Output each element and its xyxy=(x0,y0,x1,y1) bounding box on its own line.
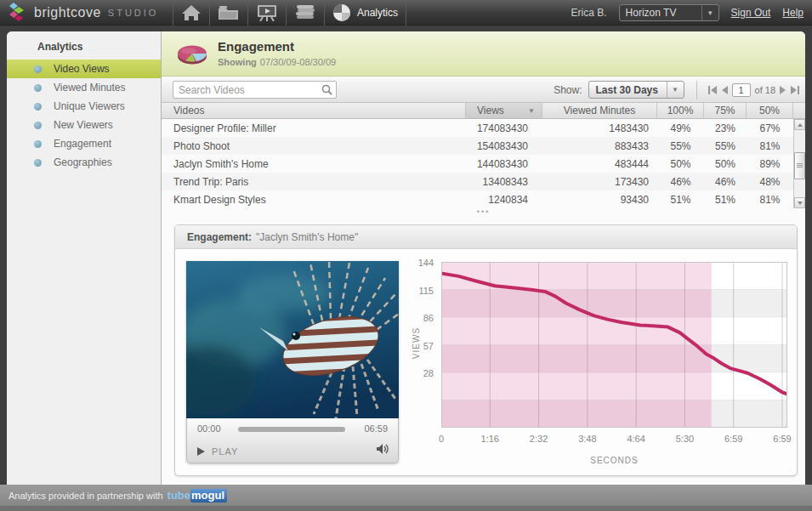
date-range-dropdown[interactable]: Last 30 Days ▼ xyxy=(588,81,684,99)
analytics-pie-icon xyxy=(332,3,351,22)
x-tick-label: 5:30 xyxy=(666,434,703,444)
search-input[interactable] xyxy=(173,82,317,98)
show-label: Show: xyxy=(554,84,582,96)
chevron-down-icon[interactable]: ▼ xyxy=(701,5,718,20)
help-link[interactable]: Help xyxy=(782,7,803,19)
account-dropdown-value: Horizon TV xyxy=(620,7,701,19)
video-toolbar: Show: Last 30 Days ▼ of 18 xyxy=(162,77,805,103)
sidebar-item-viewed-minutes[interactable]: Viewed Minutes xyxy=(7,78,161,97)
sidebar-title: Analytics xyxy=(7,31,161,60)
sidebar-item-video-views[interactable]: Video Views xyxy=(7,60,161,78)
engagement-detail-header: Engagement: "Jaclyn Smith's Home" xyxy=(175,225,797,249)
tubemogul-logo[interactable]: tube mogul xyxy=(168,489,227,502)
media-library-nav-button[interactable] xyxy=(209,0,247,26)
date-range-dropdown-value: Last 30 Days xyxy=(589,84,667,96)
brightcove-logo-icon xyxy=(7,2,29,24)
sidebar-item-geographies[interactable]: Geographies xyxy=(7,153,161,172)
table-row[interactable]: Kmart Design Styles 1240834 93430 51% 51… xyxy=(162,190,793,208)
table-row[interactable]: Designer Profile: Miller 174083430 14834… xyxy=(162,119,793,137)
previous-page-button[interactable] xyxy=(721,86,728,94)
footer-strip xyxy=(0,506,812,511)
page-count-label: of 18 xyxy=(755,85,775,95)
table-row[interactable]: Trend Trip: Paris 13408343 173430 46% 46… xyxy=(162,173,793,190)
table-scrollbar xyxy=(793,119,805,208)
money-stack-icon xyxy=(294,4,316,21)
engagement-chart: VIEWS SECONDS 14411586572801:162:323:484… xyxy=(175,249,797,475)
column-header-spacer xyxy=(793,103,805,118)
column-header-viewed-minutes[interactable]: Viewed Minutes xyxy=(542,103,657,118)
scrollbar-thumb[interactable] xyxy=(794,152,805,179)
x-tick-label: 2:32 xyxy=(520,434,558,444)
folder-icon xyxy=(218,4,240,21)
table-row[interactable]: Jaclyn Smith's Home 144083430 483444 50%… xyxy=(162,155,793,173)
x-tick-label: 4:64 xyxy=(617,434,655,444)
sort-descending-icon[interactable]: ▼ xyxy=(528,107,535,115)
sign-out-link[interactable]: Sign Out xyxy=(731,7,771,19)
bullet-icon xyxy=(34,103,42,111)
date-range-text: Showing07/30/09-08/30/09 xyxy=(218,57,336,67)
bullet-icon xyxy=(34,122,42,129)
footer-text: Analytics provided in partnership with xyxy=(9,491,163,501)
topbar: brightcove STUDIO xyxy=(0,0,812,26)
publishing-nav-button[interactable] xyxy=(247,0,286,26)
brand-name: brightcove xyxy=(34,5,101,20)
column-header-100pct[interactable]: 100% xyxy=(657,103,704,118)
sidebar: Analytics Video Views Viewed Minutes Uni… xyxy=(7,31,162,485)
sidebar-item-engagement[interactable]: Engagement xyxy=(7,134,161,153)
brand-suffix: STUDIO xyxy=(108,8,159,18)
last-page-button[interactable] xyxy=(791,86,800,94)
content-frame: Analytics Video Views Viewed Minutes Uni… xyxy=(0,26,812,485)
x-tick-label: 3:48 xyxy=(569,434,606,444)
column-header-videos[interactable]: Videos xyxy=(162,103,466,118)
top-navigation: Analytics xyxy=(173,0,406,26)
advertising-nav-button[interactable] xyxy=(286,0,324,26)
sidebar-item-new-viewers[interactable]: New Viewers xyxy=(7,116,161,134)
chart-plot-area xyxy=(441,262,787,428)
page-title: Engagement xyxy=(218,39,294,54)
scrollbar-track[interactable] xyxy=(794,130,805,197)
table-header: Videos Views ▼ Viewed Minutes 100% 75% 5… xyxy=(162,103,805,119)
next-page-button[interactable] xyxy=(780,86,786,94)
table-resize-handle[interactable]: ••• xyxy=(162,208,805,215)
account-dropdown[interactable]: Horizon TV ▼ xyxy=(619,4,719,21)
page-header: Engagement Showing07/30/09-08/30/09 xyxy=(162,31,805,77)
engagement-detail-label: Engagement: xyxy=(187,231,252,243)
video-table: Designer Profile: Miller 174083430 14834… xyxy=(162,119,805,208)
y-tick-label: 115 xyxy=(401,286,434,296)
search-icon[interactable] xyxy=(317,84,336,95)
engagement-detail-body: 00:00 06:59 PLAY xyxy=(175,249,797,475)
user-name: Erica B. xyxy=(571,7,607,19)
y-tick-label: 86 xyxy=(401,313,434,323)
bullet-icon xyxy=(34,159,42,167)
column-header-50pct[interactable]: 50% xyxy=(747,103,793,118)
sidebar-item-unique-viewers[interactable]: Unique Viewers xyxy=(7,97,161,116)
main-content: Engagement Showing07/30/09-08/30/09 xyxy=(162,31,805,485)
home-nav-button[interactable] xyxy=(173,0,209,26)
brightcove-logo: brightcove STUDIO xyxy=(7,2,158,24)
x-tick-label: 6:59 xyxy=(764,434,801,444)
y-tick-label: 28 xyxy=(401,368,434,378)
page-number-input[interactable] xyxy=(732,83,751,97)
column-header-views[interactable]: Views ▼ xyxy=(466,103,542,118)
app-window: brightcove STUDIO xyxy=(0,0,812,511)
x-tick-label: 1:16 xyxy=(471,434,508,444)
scroll-down-button[interactable] xyxy=(794,197,805,208)
x-axis-label: SECONDS xyxy=(441,456,787,465)
chevron-down-icon[interactable]: ▼ xyxy=(667,82,684,98)
y-tick-label: 57 xyxy=(401,341,434,351)
engagement-detail-video-title: "Jaclyn Smith's Home" xyxy=(256,231,358,243)
table-row[interactable]: Photo Shoot 154083430 883433 55% 55% 81% xyxy=(162,137,793,155)
y-tick-label: 144 xyxy=(401,258,434,268)
table-rows: Designer Profile: Miller 174083430 14834… xyxy=(162,119,793,208)
first-page-button[interactable] xyxy=(707,86,717,94)
column-header-75pct[interactable]: 75% xyxy=(704,103,747,118)
analytics-nav-button[interactable]: Analytics xyxy=(324,0,406,26)
x-tick-label: 0 xyxy=(423,434,460,444)
topbar-user-area: Erica B. Horizon TV ▼ Sign Out Help xyxy=(571,0,803,26)
scroll-up-button[interactable] xyxy=(794,119,805,130)
content-panel: Analytics Video Views Viewed Minutes Uni… xyxy=(7,31,805,485)
bullet-icon xyxy=(34,84,42,92)
analytics-nav-label: Analytics xyxy=(357,7,398,19)
toolbar-right: Show: Last 30 Days ▼ of 18 xyxy=(554,77,800,103)
home-icon xyxy=(181,4,202,21)
